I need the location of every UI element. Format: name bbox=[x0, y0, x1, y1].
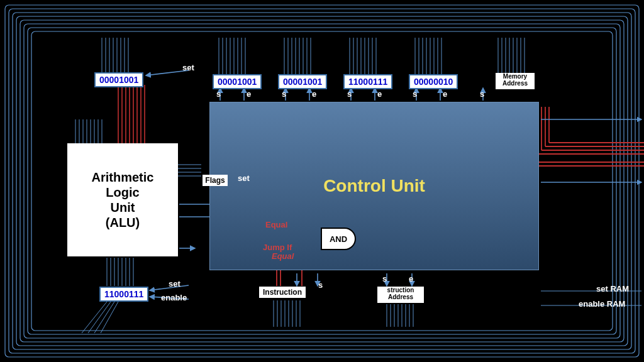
label-jump-if: Jump If bbox=[263, 243, 292, 252]
svg-line-93 bbox=[94, 302, 114, 333]
register-instruction: Instruction bbox=[259, 287, 306, 298]
alu-block: Arithmetic Logic Unit (ALU) bbox=[67, 143, 178, 256]
label-set-flags: set bbox=[238, 173, 250, 183]
label-e-r0: e bbox=[247, 89, 251, 99]
label-s-r1: s bbox=[282, 89, 286, 99]
label-e-r1: e bbox=[312, 89, 316, 99]
label-set-alu-out: set bbox=[169, 279, 180, 288]
label-set-alu-in: set bbox=[182, 63, 194, 72]
label-equal: Equal bbox=[265, 220, 287, 229]
label-s-memaddr: s bbox=[480, 89, 484, 99]
register-r3: 00000010 bbox=[409, 74, 458, 89]
label-s-instr-addr: s bbox=[382, 274, 387, 283]
label-s-instruction: s bbox=[318, 280, 323, 290]
label-s-r2: s bbox=[347, 89, 352, 99]
label-e-instr-addr: e bbox=[409, 274, 413, 283]
label-enable-alu-out: enable bbox=[161, 293, 187, 302]
register-alu-in: 00001001 bbox=[94, 72, 143, 87]
svg-line-92 bbox=[88, 302, 111, 333]
control-unit-block: Control Unit bbox=[209, 102, 539, 270]
register-memory-address: Memory Address bbox=[496, 73, 535, 89]
label-set-ram: set RAM bbox=[596, 284, 629, 293]
register-r1: 00001001 bbox=[278, 74, 327, 89]
and-gate: AND bbox=[321, 228, 356, 250]
label-s-r3: s bbox=[413, 89, 417, 99]
register-r2: 11000111 bbox=[343, 74, 392, 89]
flags-register: Flags bbox=[203, 175, 228, 186]
register-alu-out: 11000111 bbox=[99, 287, 148, 302]
register-r0: 00001001 bbox=[213, 74, 262, 89]
control-unit-label: Control Unit bbox=[323, 176, 425, 196]
label-enable-ram: enable RAM bbox=[579, 299, 625, 309]
label-s-r0: s bbox=[216, 89, 221, 99]
label-jump-equal: Equal bbox=[272, 251, 294, 261]
label-e-r2: e bbox=[377, 89, 382, 99]
register-instruction-address: struction Address bbox=[377, 287, 424, 303]
label-e-r3: e bbox=[443, 89, 447, 99]
